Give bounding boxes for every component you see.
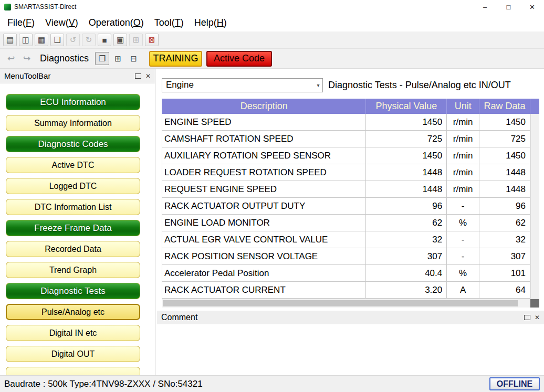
unit-cell: r/min [447,147,479,164]
physical-value-cell: 1450 [366,147,447,164]
print-icon[interactable]: ▤ [3,34,17,46]
sidebar-item-freeze-frame-data[interactable]: Freeze Frame Data [6,220,140,236]
horizontal-scrollbar[interactable] [162,299,539,308]
unit-cell: - [447,231,479,248]
menu-viewv[interactable]: View(V) [40,16,83,30]
physical-value-cell: 62 [366,215,447,231]
close-panel-icon[interactable]: ✕ [145,73,151,79]
pin-icon[interactable] [135,73,141,79]
sidebar-item-summay-information[interactable]: Summay Information [6,115,140,131]
active-code-button[interactable]: Active Code [206,51,272,67]
raw-data-cell: 1450 [479,114,530,130]
maximize-button[interactable]: □ [497,0,520,14]
sidebar-item-active-dtc[interactable]: Active DTC [6,157,140,173]
description-cell: REQUEST ENGINE SPEED [162,181,366,197]
description-cell: ENGINE SPEED [162,114,366,130]
description-cell: ACTUAL EGR VALVE CONTROL VALUE [162,231,366,248]
sidebar-item-recorded-data[interactable]: Recorded Data [6,241,140,257]
chevron-down-icon[interactable]: ▾ [314,82,322,88]
physical-value-cell: 725 [366,131,447,147]
menu-toolbar-panel: MenuToolBar ✕ ECU InformationSummay Info… [0,69,155,375]
redo-icon[interactable]: ↻ [82,34,96,46]
physical-value-cell: 1450 [366,114,447,130]
sidebar-header: MenuToolBar ✕ [0,69,155,83]
comment-panel-header: Comment ✕ [157,311,544,324]
menu-helph[interactable]: Help(H) [189,16,232,30]
unit-cell: r/min [447,181,479,197]
sidebar-title: MenuToolBar [4,71,50,80]
minimize-button[interactable]: – [473,0,497,14]
table-row[interactable]: LOADER REQUEST ROTATION SPEED1448r/min14… [162,164,530,181]
cascade-windows-button[interactable]: ❐ [95,52,109,65]
physical-value-cell: 1448 [366,181,447,197]
column-header-physical-value: Physical Value [366,99,447,114]
main-toolbar: ▤◫▦❏↺↻■▣⊞⊠ [0,31,544,49]
raw-data-cell: 1450 [479,147,530,164]
undo-icon[interactable]: ↺ [66,34,80,46]
status-text: Baudrate : 500k Type:4TNV98-ZXXX / SNo:5… [4,379,203,389]
table-row[interactable]: RACK ACTUATOR CURRENT3.20A64 [162,282,530,299]
menu-filef[interactable]: File(F) [2,16,40,30]
new-window-button[interactable]: ⊞ [111,52,125,65]
vertical-scrollbar[interactable] [530,114,539,299]
app-icon [4,4,11,10]
print-preview-icon[interactable]: ◫ [19,34,33,46]
sidebar-header-icons: ✕ [135,73,151,79]
sidebar-item-diagnostic-codes[interactable]: Diagnostic Codes [6,136,140,152]
table-row[interactable]: ENGINE SPEED1450r/min1450 [162,114,530,131]
description-cell: RACK POSITION SENSOR VOLTAGE [162,248,366,264]
sidebar-item-logged-dtc[interactable]: Logged DTC [6,178,140,194]
copy-icon[interactable]: ❏ [50,34,64,46]
sidebar-item-digital-in-etc[interactable]: Digital IN etc [6,325,140,341]
close-panel-icon[interactable]: ✕ [535,314,540,321]
horizontal-scrollbar-thumb[interactable] [163,300,518,306]
window-title: SMARTASSIST-Direct [14,3,76,10]
sidebar-item-ecu-information[interactable]: ECU Information [6,94,140,110]
table-row[interactable]: RACK POSITION SENSOR VOLTAGE307-307 [162,248,530,265]
table-row[interactable]: ENGINE LOAD MONITOR62%62 [162,215,530,231]
sidebar-item-pulse-analog-etc[interactable]: Pulse/Analog etc [6,304,140,320]
data-table: DescriptionPhysical ValueUnitRaw Data EN… [162,99,539,308]
selector-row: Engine ▾ Diagnostic Tests - Pulse/Analog… [162,78,541,92]
unit-cell: A [447,282,479,298]
sidebar-menu: ECU InformationSummay InformationDiagnos… [0,83,155,375]
pin-icon[interactable] [524,315,530,320]
raw-data-cell: 1448 [479,181,530,197]
back-icon[interactable]: ↩ [4,52,18,66]
description-cell: AUXILIARY ROTATION SPEED SENSOR [162,147,366,164]
connect-icon[interactable]: ⊞ [129,34,143,46]
unit-cell: % [447,215,479,231]
system-select[interactable]: Engine ▾ [162,78,323,92]
stop-icon[interactable]: ■ [98,34,111,46]
page-title: Diagnostic Tests - Pulse/Analog etc IN/O… [328,80,511,91]
table-row[interactable]: RACK ACTUATOR OUTPUT DUTY96-96 [162,198,530,215]
table-row[interactable]: AUXILIARY ROTATION SPEED SENSOR1450r/min… [162,147,530,164]
description-cell: CAMSHAFT ROTATION SPEED [162,131,366,147]
raw-data-cell: 725 [479,131,530,147]
disconnect-icon[interactable]: ⊠ [145,34,159,46]
save-icon[interactable]: ▦ [35,34,48,46]
training-button[interactable]: TRAINING [149,51,202,67]
sidebar-item-partial[interactable] [6,367,140,375]
close-button[interactable]: ✕ [520,0,544,14]
capture-icon[interactable]: ▣ [113,34,127,46]
window-buttons: ❐⊞⊟ [95,52,141,65]
menu-toolt[interactable]: Tool(T) [149,16,189,30]
close-window-button[interactable]: ⊟ [127,52,141,65]
sidebar-item-trend-graph[interactable]: Trend Graph [6,262,140,278]
sidebar-item-digital-out[interactable]: Digital OUT [6,346,140,362]
description-cell: RACK ACTUATOR OUTPUT DUTY [162,198,366,214]
titlebar: SMARTASSIST-Direct – □ ✕ [0,0,544,14]
description-cell: RACK ACTUATOR CURRENT [162,282,366,298]
sidebar-item-diagnostic-tests[interactable]: Diagnostic Tests [6,283,140,299]
forward-icon[interactable]: ↪ [20,52,34,66]
table-row[interactable]: ACTUAL EGR VALVE CONTROL VALUE32-32 [162,231,530,248]
table-row[interactable]: CAMSHAFT ROTATION SPEED725r/min725 [162,131,530,147]
raw-data-cell: 101 [479,265,530,281]
column-header-description: Description [162,99,366,114]
menu-operationo[interactable]: Operation(O) [83,16,149,30]
sidebar-item-dtc-information-list[interactable]: DTC Information List [6,199,140,215]
table-row[interactable]: REQUEST ENGINE SPEED1448r/min1448 [162,181,530,198]
table-row[interactable]: Accelerator Pedal Position40.4%101 [162,265,530,282]
offline-button[interactable]: OFFLINE [489,377,540,390]
